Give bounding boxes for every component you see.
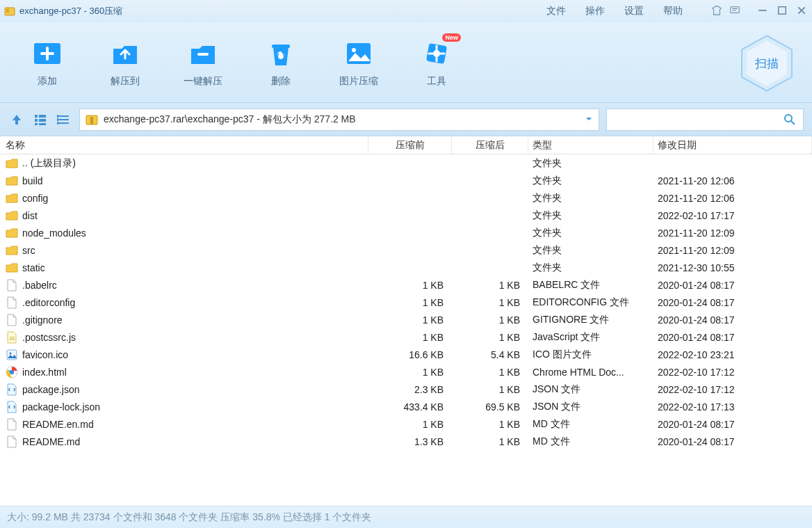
table-row[interactable]: .babelrc1 KB1 KBBABELRC 文件2020-01-24 08:… [0, 276, 812, 294]
file-icon [6, 314, 18, 326]
table-row[interactable]: package.json2.3 KB1 KBJSON 文件2022-02-10 … [0, 381, 812, 398]
json-icon [6, 383, 18, 396]
svg-point-27 [57, 122, 58, 124]
table-row[interactable]: static文件夹2021-12-30 10:55 [0, 259, 812, 276]
menu-item-1[interactable]: 操作 [577, 2, 613, 20]
file-date: 2020-01-24 08:17 [653, 276, 812, 294]
table-row[interactable]: src文件夹2021-11-20 12:09 [0, 241, 812, 259]
path-dropdown-icon[interactable] [585, 114, 593, 125]
svg-rect-21 [39, 123, 46, 125]
js-icon: JS [6, 331, 18, 344]
size-before: 1 KB [368, 311, 452, 328]
skin-icon[interactable] [712, 6, 722, 17]
scan-button[interactable]: 扫描 [736, 32, 798, 95]
file-type: MD 文件 [528, 415, 653, 433]
svg-point-25 [57, 115, 58, 117]
col-type[interactable]: 类型 [528, 136, 653, 154]
toolbar-quick-button[interactable]: 一键解压 [182, 38, 224, 88]
table-row[interactable]: JS.postcssrc.js1 KB1 KBJavaScript 文件2020… [0, 328, 812, 346]
table-row[interactable]: config文件夹2021-11-20 12:06 [0, 189, 812, 207]
col-after[interactable]: 压缩后 [452, 136, 528, 154]
file-type: 文件夹 [528, 172, 653, 189]
toolbar-delete-button[interactable]: 删除 [260, 38, 302, 88]
file-icon [6, 279, 18, 291]
menu-item-0[interactable]: 文件 [538, 2, 574, 20]
image-icon [343, 38, 375, 70]
svg-rect-1 [6, 9, 9, 10]
chrome-icon [6, 366, 18, 378]
minimize-button[interactable] [758, 6, 768, 17]
svg-rect-8 [272, 45, 290, 48]
menu-item-3[interactable]: 帮助 [655, 2, 691, 20]
file-name: node_modules [22, 227, 86, 239]
svg-rect-3 [731, 6, 739, 13]
maximize-button[interactable] [777, 6, 787, 17]
table-row[interactable]: README.en.md1 KB1 KBMD 文件2020-01-24 08:1… [0, 415, 812, 433]
table-row[interactable]: build文件夹2021-11-20 12:06 [0, 172, 812, 189]
file-date: 2020-01-24 08:17 [653, 415, 812, 433]
size-after [452, 224, 528, 241]
svg-rect-7 [197, 53, 209, 56]
file-type: JSON 文件 [528, 381, 653, 398]
table-row[interactable]: package-lock.json433.4 KB69.5 KBJSON 文件2… [0, 398, 812, 415]
size-after: 69.5 KB [452, 398, 528, 415]
size-after [452, 207, 528, 224]
table-row[interactable]: README.md1.3 KB1 KBMD 文件2020-01-24 08:17 [0, 433, 812, 450]
file-date: 2021-11-20 12:09 [653, 241, 812, 259]
file-name: README.en.md [22, 419, 94, 430]
file-type: 文件夹 [528, 224, 653, 241]
col-name[interactable]: 名称 [0, 136, 368, 154]
view-list-icon[interactable] [56, 111, 72, 128]
table-row[interactable]: dist文件夹2022-02-10 17:17 [0, 207, 812, 224]
file-date [653, 154, 812, 172]
file-name: package-lock.json [22, 401, 100, 413]
file-date: 2022-02-10 17:17 [653, 207, 812, 224]
file-type: GITIGNORE 文件 [528, 311, 653, 328]
window-title: exchange-pc37 - 360压缩 [19, 5, 122, 17]
search-input[interactable] [606, 109, 804, 131]
feedback-icon[interactable] [730, 6, 740, 17]
up-folder-icon[interactable] [8, 111, 25, 128]
table-row[interactable]: favicon.ico16.6 KB5.4 KBICO 图片文件2022-02-… [0, 346, 812, 363]
svg-rect-5 [779, 6, 786, 14]
file-date: 2021-11-20 12:06 [653, 189, 812, 207]
file-type: BABELRC 文件 [528, 276, 653, 294]
table-row[interactable]: node_modules文件夹2021-11-20 12:09 [0, 224, 812, 241]
table-row[interactable]: .editorconfig1 KB1 KBEDITORCONFIG 文件2020… [0, 294, 812, 311]
col-before[interactable]: 压缩前 [368, 136, 452, 154]
close-button[interactable] [797, 6, 806, 17]
new-badge: New [442, 33, 461, 42]
toolbar-extract-button[interactable]: 解压到 [104, 38, 146, 88]
table-row[interactable]: .. (上级目录)文件夹 [0, 154, 812, 172]
file-date: 2020-01-24 08:17 [653, 328, 812, 346]
table-header[interactable]: 名称 压缩前 压缩后 类型 修改日期 [0, 136, 812, 154]
table-row[interactable]: index.html1 KB1 KBChrome HTML Doc...2022… [0, 363, 812, 381]
size-after [452, 241, 528, 259]
file-type: EDITORCONFIG 文件 [528, 294, 653, 311]
table-row[interactable]: .gitignore1 KB1 KBGITIGNORE 文件2020-01-24… [0, 311, 812, 328]
size-after: 1 KB [452, 363, 528, 381]
file-type: 文件夹 [528, 189, 653, 207]
file-type: JavaScript 文件 [528, 328, 653, 346]
file-name: src [22, 245, 35, 256]
size-after [452, 189, 528, 207]
toolbar-label: 解压到 [111, 75, 140, 88]
path-input[interactable]: exchange-pc37.rar\exchange-pc37 - 解包大小为 … [79, 109, 599, 131]
view-details-icon[interactable] [32, 111, 49, 128]
title-bar: exchange-pc37 - 360压缩 文件操作设置帮助 [0, 0, 812, 22]
size-after [452, 172, 528, 189]
toolbar-add-button[interactable]: 添加 [26, 38, 68, 88]
menu-item-2[interactable]: 设置 [616, 2, 652, 20]
app-icon [4, 6, 15, 17]
ico-icon [6, 349, 18, 361]
col-date[interactable]: 修改日期 [653, 136, 812, 154]
file-name: .gitignore [22, 314, 63, 326]
toolbar-tools-button[interactable]: New工具 [416, 38, 457, 88]
svg-rect-18 [35, 119, 38, 122]
file-date: 2022-02-10 17:12 [653, 363, 812, 381]
size-before: 1 KB [368, 328, 452, 346]
folder-icon [6, 244, 18, 257]
toolbar-image-button[interactable]: 图片压缩 [338, 38, 380, 88]
file-name: config [22, 193, 48, 204]
json-icon [6, 401, 18, 413]
